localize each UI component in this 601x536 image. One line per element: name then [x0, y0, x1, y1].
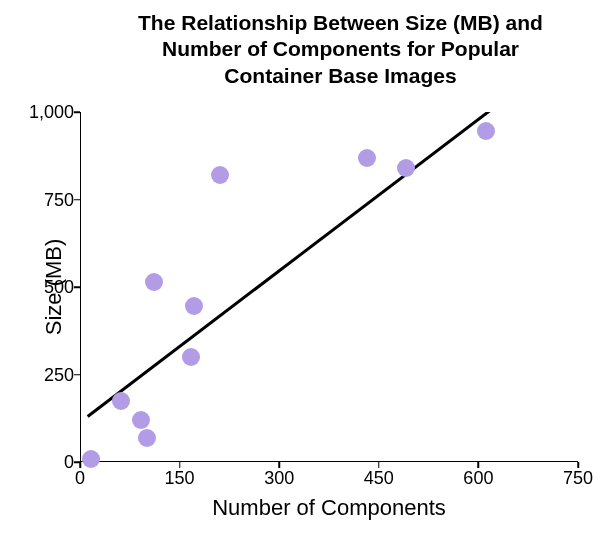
data-point	[358, 149, 376, 167]
data-point	[82, 450, 100, 468]
data-point	[132, 411, 150, 429]
y-tick-500: 500	[44, 277, 74, 298]
x-tick-mark	[478, 462, 480, 468]
x-tick-750: 750	[563, 468, 593, 489]
data-point	[477, 122, 495, 140]
y-tick-750: 750	[44, 189, 74, 210]
y-tick-250: 250	[44, 364, 74, 385]
x-axis-label: Number of Components	[80, 495, 578, 521]
x-tick-600: 600	[463, 468, 493, 489]
scatter-chart: The Relationship Between Size (MB) and N…	[0, 0, 601, 536]
x-tick-0: 0	[75, 468, 85, 489]
chart-title: The Relationship Between Size (MB) and N…	[120, 10, 561, 89]
x-tick-150: 150	[165, 468, 195, 489]
data-point	[211, 166, 229, 184]
x-tick-mark	[278, 462, 280, 468]
data-point	[185, 297, 203, 315]
data-point	[145, 273, 163, 291]
plot-area	[80, 112, 578, 462]
data-point	[397, 159, 415, 177]
y-tick-1000: 1,000	[29, 102, 74, 123]
data-point	[138, 429, 156, 447]
data-point	[182, 348, 200, 366]
x-tick-mark	[79, 462, 81, 468]
svg-line-0	[88, 112, 493, 417]
data-point	[112, 392, 130, 410]
x-tick-300: 300	[264, 468, 294, 489]
x-tick-mark	[577, 462, 579, 468]
y-tick-0: 0	[64, 452, 74, 473]
x-tick-mark	[378, 462, 380, 468]
x-tick-450: 450	[364, 468, 394, 489]
x-tick-mark	[179, 462, 181, 468]
